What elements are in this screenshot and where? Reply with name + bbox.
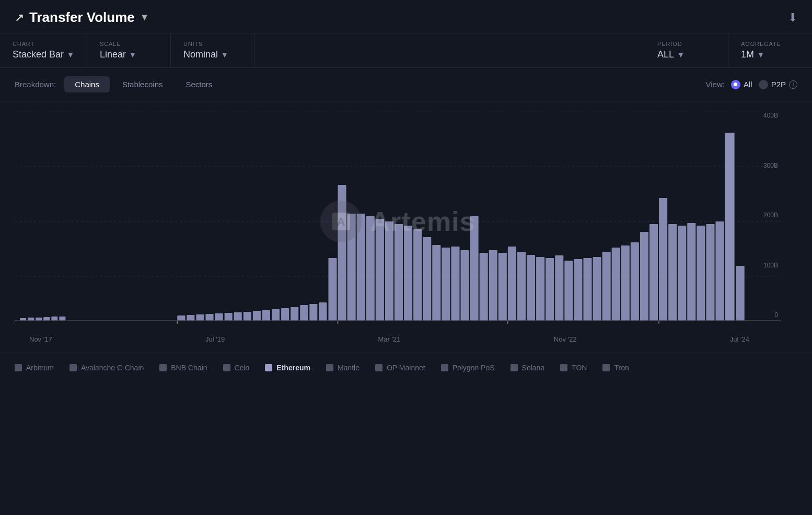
- legend-item[interactable]: Arbitrum: [15, 364, 54, 372]
- svg-rect-46: [489, 250, 497, 321]
- svg-rect-60: [621, 245, 630, 321]
- scale-label: SCALE: [100, 41, 158, 47]
- view-p2p-radio: [759, 80, 768, 89]
- breakdown-row: Breakdown: Chains Stablecoins Sectors Vi…: [0, 68, 812, 101]
- svg-rect-61: [631, 242, 639, 321]
- svg-rect-63: [649, 224, 658, 321]
- aggregate-dropdown[interactable]: 1M ▼: [741, 49, 799, 60]
- header-left: ↗ Transfer Volume ▼: [15, 9, 149, 26]
- legend: Arbitrum Avalanche C-Chain BNB Chain Cel…: [0, 354, 812, 381]
- svg-rect-23: [272, 309, 280, 321]
- svg-rect-34: [376, 219, 384, 321]
- svg-rect-49: [517, 252, 526, 321]
- p2p-info-icon[interactable]: i: [789, 80, 797, 89]
- period-label: PERIOD: [657, 41, 715, 47]
- svg-rect-15: [196, 314, 204, 321]
- svg-rect-31: [347, 214, 356, 321]
- page-title: Transfer Volume: [29, 9, 135, 26]
- svg-rect-59: [612, 248, 620, 321]
- svg-rect-41: [442, 248, 450, 321]
- legend-swatch: [69, 364, 77, 371]
- legend-item[interactable]: Polygon PoS: [441, 364, 495, 372]
- view-p2p-label: P2P: [771, 80, 786, 89]
- breakdown-tabs: Chains Stablecoins Sectors: [64, 76, 223, 92]
- svg-rect-14: [187, 315, 194, 321]
- aggregate-control: AGGREGATE 1M ▼: [728, 33, 812, 67]
- chart-wrapper: A Artemis: [15, 112, 781, 331]
- legend-swatch: [159, 364, 167, 371]
- view-all-option[interactable]: All: [731, 80, 752, 89]
- x-label-jul19: Jul '19: [205, 335, 225, 343]
- svg-rect-55: [574, 259, 582, 321]
- svg-rect-36: [395, 224, 403, 321]
- svg-rect-70: [715, 221, 724, 321]
- svg-rect-43: [460, 250, 469, 321]
- svg-rect-17: [215, 313, 223, 321]
- x-axis-labels: Nov '17 Jul '19 Mar '21 Nov '22 Jul '24: [15, 331, 781, 343]
- svg-rect-52: [546, 258, 554, 321]
- legend-item[interactable]: Avalanche C-Chain: [69, 364, 144, 372]
- legend-label: Mantle: [338, 364, 359, 372]
- download-button[interactable]: ⬇: [788, 11, 797, 25]
- legend-label: OP Mainnet: [387, 364, 425, 372]
- svg-rect-27: [309, 304, 317, 321]
- tab-stablecoins[interactable]: Stablecoins: [112, 76, 173, 92]
- svg-rect-56: [583, 258, 591, 321]
- scale-chevron: ▼: [129, 51, 136, 59]
- breakdown-label: Breakdown:: [15, 80, 56, 89]
- svg-rect-19: [234, 312, 242, 321]
- legend-item[interactable]: TON: [560, 364, 587, 372]
- svg-rect-30: [338, 185, 346, 321]
- svg-rect-18: [225, 313, 233, 321]
- tab-chains[interactable]: Chains: [64, 76, 110, 92]
- svg-rect-71: [725, 133, 735, 321]
- legend-swatch: [441, 364, 448, 371]
- units-chevron: ▼: [221, 51, 228, 59]
- svg-rect-69: [706, 224, 714, 321]
- legend-item[interactable]: Mantle: [326, 364, 359, 372]
- period-dropdown[interactable]: ALL ▼: [657, 49, 715, 60]
- svg-rect-11: [51, 317, 57, 321]
- svg-rect-21: [253, 311, 261, 321]
- view-section: View: All P2P i: [706, 80, 797, 89]
- legend-item[interactable]: OP Mainnet: [375, 364, 425, 372]
- svg-rect-29: [328, 258, 337, 321]
- x-label-nov17: Nov '17: [29, 335, 52, 343]
- legend-item[interactable]: Celo: [223, 364, 250, 372]
- svg-rect-42: [451, 247, 459, 321]
- legend-item[interactable]: Ethereum: [265, 364, 310, 372]
- chart-label: CHART: [13, 41, 74, 47]
- svg-rect-62: [640, 232, 648, 321]
- svg-rect-40: [432, 245, 440, 321]
- period-control: PERIOD ALL ▼: [645, 33, 728, 67]
- title-dropdown-icon[interactable]: ▼: [140, 12, 149, 23]
- svg-rect-24: [281, 308, 289, 321]
- svg-rect-8: [28, 318, 34, 321]
- svg-rect-10: [43, 317, 50, 321]
- view-p2p-option[interactable]: P2P i: [759, 80, 797, 89]
- units-label: UNITS: [183, 41, 241, 47]
- chart-dropdown[interactable]: Stacked Bar ▼: [13, 49, 74, 60]
- view-all-radio: [731, 80, 740, 89]
- svg-rect-33: [366, 216, 375, 321]
- scale-control: SCALE Linear ▼: [87, 33, 171, 67]
- svg-rect-57: [593, 257, 601, 321]
- svg-rect-58: [602, 252, 611, 321]
- svg-rect-28: [319, 302, 327, 321]
- legend-item[interactable]: BNB Chain: [159, 364, 207, 372]
- legend-swatch: [265, 364, 272, 371]
- chart-svg: [15, 112, 781, 331]
- legend-label: TON: [572, 364, 587, 372]
- units-dropdown[interactable]: Nominal ▼: [183, 49, 241, 60]
- chart-container: A Artemis: [0, 101, 812, 354]
- legend-item[interactable]: Solana: [511, 364, 545, 372]
- units-control: UNITS Nominal ▼: [171, 33, 254, 67]
- svg-rect-68: [697, 226, 705, 321]
- tab-sectors[interactable]: Sectors: [175, 76, 223, 92]
- scale-dropdown[interactable]: Linear ▼: [100, 49, 158, 60]
- svg-rect-22: [262, 310, 270, 321]
- svg-rect-45: [480, 253, 488, 321]
- legend-label: Polygon PoS: [453, 364, 495, 372]
- chart-icon: ↗: [15, 11, 24, 25]
- legend-item[interactable]: Tron: [602, 364, 629, 372]
